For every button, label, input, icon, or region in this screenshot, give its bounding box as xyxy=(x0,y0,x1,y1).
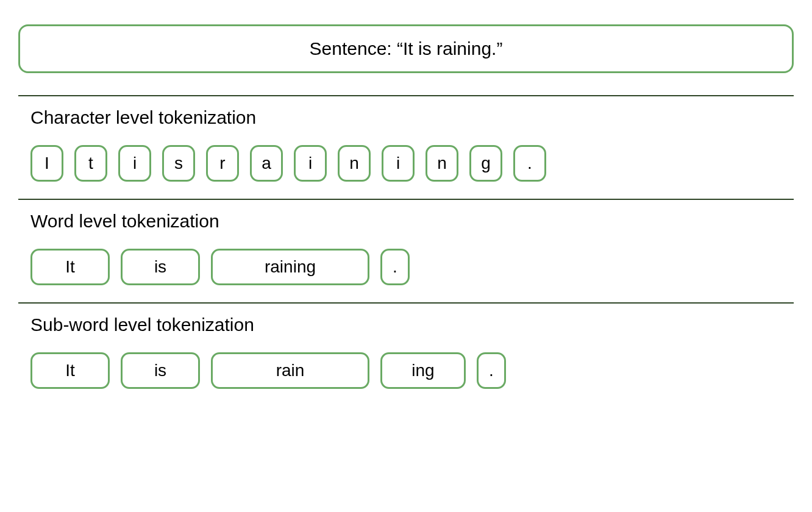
char-token: n xyxy=(426,145,458,182)
character-token-row: I t i s r a i n i n g . xyxy=(30,145,794,182)
character-level-title: Character level tokenization xyxy=(30,107,794,128)
char-token: a xyxy=(250,145,283,182)
subword-level-section: Sub-word level tokenization It is rain i… xyxy=(18,304,794,406)
subword-token: is xyxy=(121,352,200,389)
char-token: r xyxy=(206,145,239,182)
char-token: i xyxy=(382,145,415,182)
char-token: s xyxy=(162,145,195,182)
sentence-text: Sentence: “It is raining.” xyxy=(310,38,503,59)
char-token: t xyxy=(74,145,107,182)
subword-token: ing xyxy=(380,352,466,389)
subword-token-row: It is rain ing . xyxy=(30,352,794,389)
sentence-container: Sentence: “It is raining.” xyxy=(18,24,794,73)
char-token: i xyxy=(118,145,151,182)
char-token: n xyxy=(338,145,371,182)
subword-token: . xyxy=(477,352,506,389)
word-token: raining xyxy=(211,249,369,285)
subword-level-title: Sub-word level tokenization xyxy=(30,315,794,335)
char-token: I xyxy=(30,145,63,182)
word-token-row: It is raining . xyxy=(30,249,794,285)
word-token: It xyxy=(30,249,110,285)
subword-token: rain xyxy=(211,352,369,389)
word-level-section: Word level tokenization It is raining . xyxy=(18,200,794,302)
word-token: . xyxy=(380,249,410,285)
word-token: is xyxy=(121,249,200,285)
char-token: i xyxy=(294,145,327,182)
character-level-section: Character level tokenization I t i s r a… xyxy=(18,96,794,199)
char-token: . xyxy=(513,145,546,182)
word-level-title: Word level tokenization xyxy=(30,211,794,232)
subword-token: It xyxy=(30,352,110,389)
char-token: g xyxy=(469,145,502,182)
